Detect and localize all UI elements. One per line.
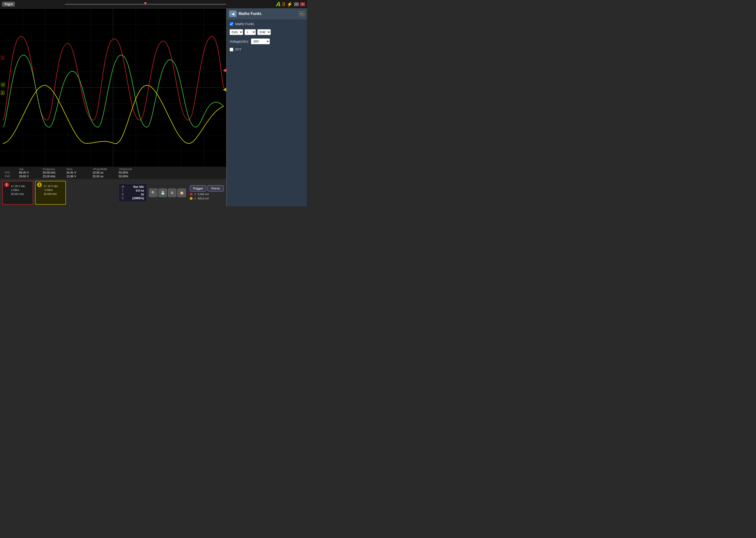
mathe-funkt-label[interactable]: Mathe Funkt. bbox=[235, 22, 255, 26]
trigger-force-row: Trigger Force bbox=[190, 185, 224, 191]
voltage-row: Voltage(/div): 20V 10V 5V 2V 1V bbox=[230, 38, 304, 44]
ch1-trigger-value: 0,000 mV bbox=[198, 193, 209, 195]
ch1-trigger-row: ⬀ 0,000 mV bbox=[190, 192, 224, 196]
panel-body: Mathe Funkt. CH1 + - × ÷ CH2 Volta bbox=[227, 19, 307, 206]
meas-header-vrms: Vrms bbox=[66, 168, 92, 171]
meas-ch1-dc: 50,00% bbox=[119, 171, 140, 174]
right-panel: ◀ Mathe Funkt. ─ Mathe Funkt. CH1 + - × … bbox=[226, 9, 307, 206]
ch1-settings-box[interactable]: 1 AC 20 V /div 1.0divs 50,001 kHz bbox=[2, 181, 33, 205]
trigger-line bbox=[65, 4, 226, 5]
scope-area: 1 M 2 Vpp Frequency Vrms +PulseWidth +Du… bbox=[0, 9, 226, 206]
meas-header-freq: Frequency bbox=[43, 168, 66, 171]
timebase-d-val: 1k bbox=[141, 193, 144, 196]
ch2-trig-arrow-icon: ⬀ bbox=[194, 197, 196, 200]
main-content: 1 M 2 Vpp Frequency Vrms +PulseWidth +Du… bbox=[0, 9, 307, 206]
ch1-coupling: AC bbox=[11, 185, 14, 188]
mathe-funkt-checkbox[interactable] bbox=[230, 22, 233, 26]
ch2-trigger-value: 400,0 mV bbox=[198, 197, 209, 200]
mathe-funkt-checkbox-row: Mathe Funkt. bbox=[230, 22, 304, 26]
waveform-svg bbox=[0, 9, 226, 167]
ch2-coupling: AC bbox=[44, 185, 47, 188]
timebase-m-row: M 5us /div bbox=[122, 185, 144, 188]
voltage-select[interactable]: 20V 10V 5V 2V 1V bbox=[251, 38, 270, 44]
ch1-box-content: AC 20 V /div 1.0divs 50,001 kHz bbox=[11, 184, 31, 196]
save-button[interactable]: 💾 bbox=[158, 188, 167, 197]
top-right-controls: A II ⚡ ─ ✕ bbox=[276, 1, 305, 8]
top-center-trigger bbox=[15, 4, 276, 5]
panel-title: Mathe Funkt. bbox=[239, 12, 297, 16]
scope-canvas: 1 M 2 bbox=[0, 9, 226, 167]
voltage-label: Voltage(/div): bbox=[230, 40, 249, 43]
trigger-position-marker bbox=[144, 2, 147, 5]
timebase-s-row: S (10MS/s) bbox=[122, 196, 144, 200]
ch2-freq: 25,000 kHz bbox=[44, 192, 64, 196]
trigger-button[interactable]: Trigger bbox=[190, 185, 206, 191]
bottom-icons-row: 🔍 💾 🖥 🏠 bbox=[149, 188, 186, 197]
ch1-trigger-dot bbox=[190, 193, 192, 195]
timebase-t-val: 0.0 ns bbox=[136, 189, 144, 192]
meas-ch2-vpp: 39,60 V bbox=[19, 175, 43, 178]
meas-header-dc: +DutyCycle bbox=[119, 168, 140, 171]
ch2-box-content: AC 10 V /div -1.0divs 25,000 kHz bbox=[44, 184, 64, 196]
panel-back-button[interactable]: ◀ bbox=[229, 10, 237, 17]
meas-ch2-freq: 25,00 kHz bbox=[43, 175, 66, 178]
ch2-trigger-arrow bbox=[223, 88, 226, 91]
ch2-trigger-dot bbox=[190, 197, 192, 200]
ch1-volts-div: 20 V /div bbox=[15, 185, 25, 188]
meas-header-pw: +PulseWidth bbox=[92, 168, 119, 171]
zoom-button[interactable]: 🔍 bbox=[149, 188, 157, 197]
timebase-m-key: M bbox=[122, 185, 124, 188]
ch2-settings-box[interactable]: 2 AC 10 V /div -1.0divs 25,000 kHz bbox=[35, 181, 66, 205]
timebase-m-val: 5us /div bbox=[133, 185, 144, 188]
meas-ch1-label: CH1 bbox=[5, 171, 19, 174]
pause-icon: II bbox=[282, 1, 285, 7]
panel-header: ◀ Mathe Funkt. ─ bbox=[227, 9, 307, 19]
export-button[interactable]: 🖥 bbox=[168, 188, 177, 197]
ch2-number-badge: 2 bbox=[37, 182, 42, 187]
measurements-bar: Vpp Frequency Vrms +PulseWidth +DutyCycl… bbox=[0, 167, 226, 179]
formula-row: CH1 + - × ÷ CH2 bbox=[230, 29, 304, 35]
timebase-t-key: T bbox=[122, 189, 123, 192]
meas-ch1-pw: 10,00 us bbox=[92, 171, 119, 174]
op-formula-select[interactable]: + - × ÷ bbox=[244, 29, 256, 35]
ch1-label: 1 bbox=[1, 56, 4, 60]
trigger-section: Trigger Force ⬀ 0,000 mV ⬀ 400,0 mV bbox=[190, 185, 224, 200]
panel-minimize-button[interactable]: ─ bbox=[299, 11, 304, 16]
meas-header-vpp: Vpp bbox=[19, 168, 43, 171]
meas-ch1-vpp: 98,40 V bbox=[19, 171, 43, 174]
top-bar: Trig'd A II ⚡ ─ ✕ bbox=[0, 0, 307, 9]
ch2-divs: -1.0divs bbox=[44, 188, 64, 192]
ch1-number-badge: 1 bbox=[4, 182, 9, 187]
timebase-s-val: (10MS/s) bbox=[132, 196, 144, 200]
measurements-table: Vpp Frequency Vrms +PulseWidth +DutyCycl… bbox=[5, 168, 222, 178]
timebase-s-key: S bbox=[122, 196, 124, 200]
ch1-trigger-arrow bbox=[223, 69, 226, 72]
meas-ch2-vrms: 13,96 V bbox=[66, 175, 92, 178]
ch2-formula-select[interactable]: CH2 bbox=[257, 29, 271, 35]
close-button[interactable]: ✕ bbox=[300, 2, 305, 6]
channel-a-indicator: A bbox=[276, 1, 281, 8]
meas-ch2-pw: 20,00 us bbox=[92, 175, 119, 178]
math-label: M bbox=[1, 83, 5, 86]
home-button[interactable]: 🏠 bbox=[177, 188, 186, 197]
minimize-button[interactable]: ─ bbox=[294, 2, 299, 6]
force-button[interactable]: Force bbox=[207, 185, 224, 191]
meas-ch2-dc: 50,00% bbox=[119, 175, 140, 178]
meas-ch1-freq: 50,00 kHz bbox=[43, 171, 66, 174]
timebase-d-row: D 1k bbox=[122, 193, 144, 196]
meas-ch1-vrms: 34,91 V bbox=[66, 171, 92, 174]
lightning-icon: ⚡ bbox=[287, 1, 293, 7]
fft-row: FFT bbox=[230, 48, 304, 51]
timebase-box: M 5us /div T 0.0 ns D 1k S (10MS/s) bbox=[119, 184, 147, 202]
ch2-label: 2 bbox=[1, 91, 4, 95]
timebase-t-row: T 0.0 ns bbox=[122, 189, 144, 192]
ch1-divs: 1.0divs bbox=[11, 188, 31, 192]
bottom-bar: 1 AC 20 V /div 1.0divs 50,001 kHz 2 AC 1… bbox=[0, 179, 226, 206]
fft-checkbox[interactable] bbox=[230, 48, 233, 51]
trig-badge: Trig'd bbox=[2, 2, 15, 7]
ch1-formula-select[interactable]: CH1 bbox=[230, 29, 243, 35]
fft-label[interactable]: FFT bbox=[235, 48, 242, 51]
ch1-trig-arrow-icon: ⬀ bbox=[194, 192, 196, 196]
meas-ch2-label: CH2 bbox=[5, 175, 19, 178]
ch1-freq: 50,001 kHz bbox=[11, 192, 31, 196]
